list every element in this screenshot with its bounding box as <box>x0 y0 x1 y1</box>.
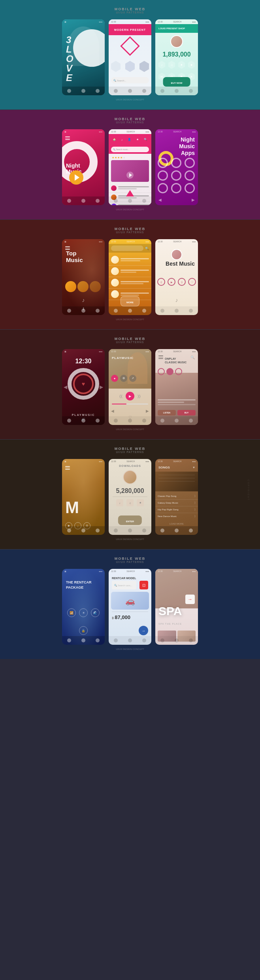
grid-circle-2 <box>171 158 181 168</box>
arrow-left-4a[interactable]: ◀ <box>64 384 67 390</box>
rent-icon-3[interactable]: 🌊 <box>91 608 100 617</box>
time-display: 12:30 <box>62 358 105 365</box>
shop-price: 1,893,000 <box>155 51 198 58</box>
song-item-2[interactable]: Galaxy Deep Music ⟩ <box>155 500 198 506</box>
car-search-6b[interactable]: 🔍 Search cars... <box>112 581 136 589</box>
btn-left-4c[interactable]: LISTEN <box>158 410 176 415</box>
orange-list-item-1[interactable] <box>109 254 151 266</box>
small-circles-4c <box>158 368 182 375</box>
grid-circle-6 <box>185 170 195 181</box>
hamburger-2a[interactable] <box>65 136 70 140</box>
ctrl-1[interactable]: ⟨⟨ <box>157 278 165 286</box>
bottom-nav-1b <box>109 87 151 95</box>
tab-icon-5[interactable]: 🔍 <box>144 138 147 141</box>
song-item-3[interactable]: Hip Pop Right Song ⟩ <box>155 506 198 513</box>
share-btn-4b[interactable]: ↗ <box>129 375 136 382</box>
next-btn-4b[interactable]: ⟩⟩ <box>138 394 141 398</box>
phone-spa: 12:30 SEARCH ●●● SPA → SPA THE PLACE <box>155 569 198 645</box>
phones-row-6: ▣ ●●● THE RENTCAR PACKAGE 📶 ☀ 🌊 🔒 <box>62 569 198 645</box>
bottom-nav-3a <box>62 306 105 315</box>
hamburger-3a[interactable] <box>65 246 70 250</box>
tab-icon-3[interactable]: 👤 <box>128 138 131 141</box>
shop-icon-2: ♫ <box>168 61 176 69</box>
orange-circle-1 <box>65 281 76 292</box>
section-4-caption: UI/UX DESIGN CONCEPT <box>116 428 144 431</box>
arrow-right-2c[interactable]: ▶ <box>192 198 195 202</box>
icon-5b-2[interactable]: ♫ <box>126 499 134 506</box>
search-input-2b[interactable]: 🔍 Search music... <box>111 147 149 152</box>
song-name-3: Hip Pop Right Song <box>158 508 194 511</box>
car-arrow-btn-6b[interactable]: → <box>139 626 148 635</box>
phone-best-music: 12:30 SEARCH ●●● Best Music ⟨⟨ ▶ ⟩⟩ ♡ ♪ <box>155 239 198 315</box>
orange-list-item-3[interactable] <box>109 277 151 289</box>
play-overlay[interactable] <box>111 172 149 179</box>
phone-m-letter: ▣ ●●● M ▶ ♪ ⚙ <box>62 459 105 535</box>
count-display: 5,280,000 <box>109 487 151 495</box>
tab-icon-2[interactable]: ♪ <box>121 138 123 141</box>
rent-icon-1[interactable]: 📶 <box>67 608 76 617</box>
arrow-right-4b[interactable]: ▶ <box>146 409 149 413</box>
grid-circle-4 <box>158 170 168 181</box>
icon-5b-3[interactable]: ★ <box>137 499 144 506</box>
section-5-header: MOBILE WEB UI/UX PATTERNS <box>115 447 146 453</box>
red-btn-6b[interactable]: ⊡ <box>139 581 148 589</box>
grid-circle-1 <box>158 158 168 168</box>
play-button-2a[interactable] <box>69 170 83 185</box>
bottom-nav-5b <box>109 526 151 535</box>
nav-dot-2a-2 <box>81 199 85 203</box>
nav-dot-2a-1 <box>67 199 71 203</box>
top-music-label: TopMusic <box>66 250 83 263</box>
prev-btn-4b[interactable]: ⟨⟨ <box>119 394 122 398</box>
search-bar-1b[interactable]: 🔍 Search... <box>111 77 149 83</box>
orange-search-input[interactable] <box>111 245 143 251</box>
shop-avatar <box>170 35 183 48</box>
ol-avatar-3 <box>111 279 119 287</box>
bottom-nav-2a <box>62 196 105 205</box>
bottom-nav-4a <box>62 416 105 425</box>
tab-icon-4[interactable]: ★ <box>136 138 139 141</box>
orange-search[interactable]: 🔍 <box>109 244 151 253</box>
spa-arrow-btn[interactable]: → <box>185 595 195 604</box>
orange-circle-3 <box>90 281 101 292</box>
status-bar-3b: 12:30 SEARCH ●●● <box>109 239 151 244</box>
section-1-subtitle: UI/UX PATTERNS <box>115 11 146 14</box>
search-icon-4c[interactable]: 🔍 <box>190 355 195 359</box>
counter-avatar <box>123 470 137 484</box>
pink-header: MODERN PRESENT <box>109 24 151 35</box>
bottom-nav-5a <box>62 526 105 535</box>
rent-icon-2[interactable]: ☀ <box>79 608 88 617</box>
car-image-6b: 🚗 <box>111 592 149 610</box>
phone-car-detail: 12:30 SEARCH ●●● RENTCAR MODEL ⊡ 🔍 Searc… <box>109 569 151 645</box>
load-more-5c[interactable]: LOAD MORE <box>155 519 198 526</box>
spa-text-display: SPA <box>158 604 182 618</box>
phones-row-2: ▣ ●●● NightMusic <box>62 129 198 205</box>
icon-5b-1[interactable]: ♪ <box>116 499 123 506</box>
settings-btn-4b[interactable]: ⚙ <box>120 375 127 382</box>
arrow-right-4a[interactable]: ▶ <box>100 384 103 390</box>
play-btn-2b[interactable] <box>126 190 134 196</box>
buy-button[interactable]: BUY NOW <box>163 77 190 87</box>
song-item-1[interactable]: Classic Pop Song ⟩ <box>155 493 198 500</box>
arrow-left-2c[interactable]: ◀ <box>158 198 162 202</box>
more-btn-3b[interactable]: MORE <box>121 296 139 306</box>
divider-5b <box>113 497 147 497</box>
heart-icon-5c[interactable]: ♥ <box>193 466 195 469</box>
ctrl-4[interactable]: ♡ <box>188 278 196 286</box>
song-items-5c: Classic Pop Song ⟩ Galaxy Deep Music ⟩ H… <box>155 493 198 519</box>
search-bar-2b[interactable]: 🔍 Search music... <box>109 145 151 154</box>
shop-name: LOUIS PRESENT SHOP <box>158 27 185 30</box>
hamburger-4c[interactable] <box>158 355 163 359</box>
ctrl-2[interactable]: ▶ <box>168 278 175 286</box>
arrow-left-4b[interactable]: ◀ <box>111 409 114 413</box>
enter-btn-5b[interactable]: ENTER <box>118 515 142 525</box>
play-btn-4b[interactable]: ▶ <box>126 392 134 400</box>
shop-icons-row: ♪ ♫ ✦ ★ <box>155 61 198 69</box>
hamburger-5a[interactable] <box>65 466 70 470</box>
orange-list-item-2[interactable] <box>109 266 151 277</box>
song-item-4[interactable]: New Dance Music ⟩ <box>155 513 198 519</box>
phone-classic-music: 12:30 SEARCH ●●● 🔍 ONPLAYCLASSIC MUSIC <box>155 349 198 425</box>
tab-icon-1[interactable]: 🏠 <box>113 138 116 141</box>
ctrl-3[interactable]: ⟩⟩ <box>178 278 186 286</box>
heart-btn-4b[interactable]: ♥ <box>111 375 118 382</box>
btn-right-4c[interactable]: BUY <box>177 410 196 415</box>
